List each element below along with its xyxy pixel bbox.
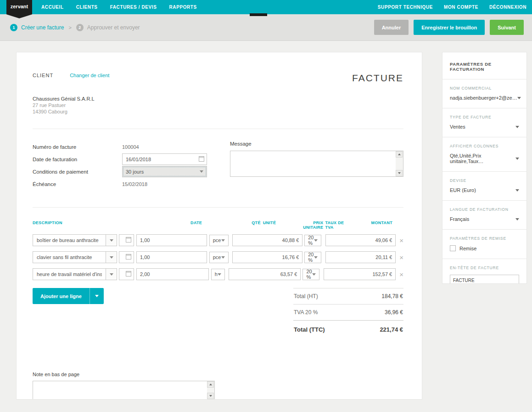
parametres-remise-label: PARAMÈTRES DE REMISE — [450, 236, 519, 241]
change-client-link[interactable]: Changer de client — [70, 73, 109, 78]
chevron-down-icon — [95, 295, 99, 297]
vat-select[interactable]: 20 % — [304, 235, 321, 246]
unit-price-input[interactable] — [229, 268, 301, 280]
en-tete-input[interactable] — [450, 275, 519, 284]
amount-input[interactable] — [325, 251, 396, 263]
message-vertical-scrollbar[interactable] — [396, 151, 403, 176]
description-combo — [33, 268, 117, 280]
due-date-value: 15/02/2018 — [122, 181, 147, 187]
devise-select[interactable]: EUR (Euro) — [450, 187, 519, 193]
remise-checkbox[interactable] — [450, 245, 456, 251]
qty-input[interactable] — [136, 234, 207, 246]
amount-input[interactable] — [325, 234, 396, 246]
type-facture-value: Ventes — [450, 124, 465, 130]
step1-label: Créer une facture — [21, 24, 64, 31]
nav-item-rapports[interactable]: RAPPORTS — [169, 5, 196, 10]
calendar-icon[interactable] — [126, 237, 131, 243]
vat-select[interactable]: 20 % — [304, 252, 321, 263]
chevron-down-icon[interactable] — [106, 269, 117, 280]
step-actions: Annuler Enregistrer le brouillon Suivant — [374, 20, 524, 35]
invoice-date-wrap — [122, 153, 207, 165]
client-address-line2: 14390 Cabourg — [33, 108, 403, 115]
invoice-header: CLIENT Changer de client FACTURE — [33, 73, 403, 84]
add-line-button[interactable]: Ajouter une ligne — [33, 288, 104, 304]
unit-value: pce — [213, 237, 221, 243]
nav-item-mon-compte[interactable]: MON COMPTE — [444, 5, 478, 10]
nav-item-deconnexion[interactable]: DÉCONNEXION — [489, 5, 526, 10]
nav-item-clients[interactable]: CLIENTS — [76, 5, 98, 10]
qty-input[interactable] — [136, 268, 209, 280]
langue-select[interactable]: Français — [450, 216, 519, 222]
calendar-icon[interactable] — [199, 156, 204, 162]
nav-item-factures-devis[interactable]: FACTURES / DEVIS — [110, 5, 157, 10]
table-footer: Ajouter une ligne Total (HT) 184,78 € TV… — [33, 288, 403, 339]
calendar-icon[interactable] — [126, 254, 131, 260]
col-amount-header: MONTANT — [354, 220, 392, 230]
description-input[interactable] — [33, 269, 106, 280]
col-unit-header: UNITÉ — [263, 220, 289, 230]
afficher-colonnes-label: AFFICHER COLONNES — [450, 144, 519, 148]
grand-total-label: Total (TTC) — [294, 326, 325, 333]
footer-note-vertical-scrollbar[interactable] — [207, 381, 214, 399]
scroll-up-icon[interactable] — [396, 151, 403, 158]
close-icon[interactable] — [399, 271, 403, 278]
save-draft-button[interactable]: Enregistrer le brouillon — [414, 20, 485, 35]
nom-commercial-select[interactable]: nadja.siebenbuerger+2@ze… — [450, 95, 519, 101]
unit-select[interactable]: h — [211, 269, 225, 280]
nav-item-support[interactable]: SUPPORT TECHNIQUE — [378, 5, 433, 10]
devise-value: EUR (Euro) — [450, 187, 476, 193]
payment-terms-select[interactable]: 30 jours — [122, 166, 207, 177]
amount-input[interactable] — [324, 268, 396, 280]
message-textarea[interactable] — [230, 151, 403, 177]
invoice-settings-sidebar: PARAMÈTRES DE FACTURATION NOM COMMERCIAL… — [442, 52, 527, 284]
payment-terms-row: Conditions de paiement 30 jours — [33, 166, 230, 177]
description-combo — [33, 234, 117, 246]
chevron-down-icon — [312, 273, 316, 276]
calendar-icon[interactable] — [126, 271, 131, 277]
unit-select[interactable]: pce — [209, 235, 229, 246]
add-line-dropdown[interactable] — [90, 288, 104, 304]
top-nav: zervant ACCUEIL CLIENTS FACTURES / DEVIS… — [0, 0, 532, 14]
nom-commercial-value: nadja.siebenbuerger+2@ze… — [450, 95, 517, 101]
langue-value: Français — [450, 216, 469, 222]
description-input[interactable] — [33, 235, 106, 246]
grand-total-value: 221,74 € — [380, 326, 403, 333]
subtotal-value: 184,78 € — [381, 293, 403, 299]
scroll-down-icon[interactable] — [396, 170, 403, 176]
chevron-down-icon — [515, 126, 519, 128]
chevron-down-icon[interactable] — [106, 235, 117, 246]
unit-select[interactable]: pce — [209, 252, 229, 263]
nav-left: ACCUEIL CLIENTS FACTURES / DEVIS RAPPORT… — [41, 5, 197, 10]
description-input[interactable] — [33, 252, 106, 263]
sidebar-section-langue: LANGUE DE FACTURATION Français — [442, 201, 526, 230]
afficher-colonnes-select[interactable]: Qté,Unité,Prix unitaire,Taux… — [450, 153, 519, 164]
qty-input[interactable] — [136, 251, 207, 263]
chevron-down-icon[interactable] — [106, 252, 117, 263]
nav-item-accueil[interactable]: ACCUEIL — [41, 5, 64, 10]
next-button[interactable]: Suivant — [490, 20, 524, 35]
step-approve-send[interactable]: 2 Approuver et envoyer — [76, 24, 140, 31]
chevron-down-icon — [221, 256, 225, 259]
scroll-up-icon[interactable] — [207, 381, 214, 388]
type-facture-select[interactable]: Ventes — [450, 124, 519, 130]
vat-total-value: 36,96 € — [385, 309, 403, 316]
item-row: h 20 % — [33, 268, 403, 280]
dark-tab — [250, 13, 267, 16]
invoice-number-row: Numéro de facture 100004 — [33, 141, 230, 152]
footer-note-textarea[interactable] — [33, 381, 215, 400]
cancel-button[interactable]: Annuler — [374, 20, 409, 35]
client-info: Chaussures Génial S.A.R.L 27 rue Pastuer… — [33, 96, 403, 115]
unit-price-input[interactable] — [232, 234, 303, 246]
sidebar-section-nom-commercial: NOM COMMERCIAL nadja.siebenbuerger+2@ze… — [442, 79, 526, 108]
close-icon[interactable] — [399, 237, 403, 244]
footer-note-box[interactable] — [33, 381, 215, 400]
scroll-down-icon[interactable] — [207, 393, 214, 399]
step-create-invoice[interactable]: 1 Créer une facture — [10, 24, 64, 31]
afficher-colonnes-value: Qté,Unité,Prix unitaire,Taux… — [450, 153, 515, 164]
invoice-date-input[interactable] — [122, 153, 207, 165]
col-unit-price-header: PRIX UNITAIRE — [293, 220, 324, 230]
client-address-line1: 27 rue Pastuer — [33, 102, 403, 108]
vat-select[interactable]: 20 % — [302, 269, 319, 280]
close-icon[interactable] — [399, 254, 403, 261]
unit-price-input[interactable] — [232, 251, 303, 263]
